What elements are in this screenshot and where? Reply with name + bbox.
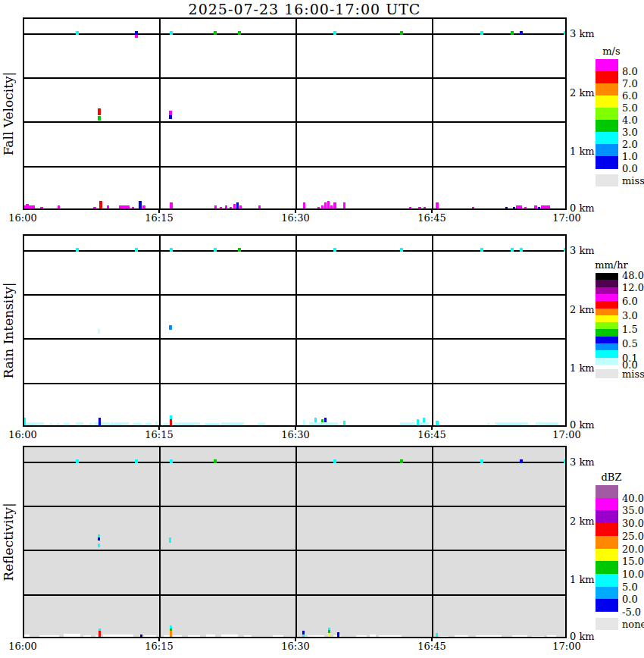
colorbar-tick-label: 10.0	[622, 569, 644, 578]
vertical-gridline	[432, 236, 433, 425]
colorbar-tick-label: 15.0	[622, 556, 644, 566]
data-mark	[524, 207, 527, 210]
data-mark	[23, 205, 35, 210]
data-mark	[511, 31, 514, 35]
x-axis-tick-label: 17:00	[544, 641, 589, 653]
vertical-gridline	[295, 19, 297, 208]
panel-rain-intensity	[23, 234, 567, 427]
colorbar-missing-swatch	[596, 174, 618, 186]
data-mark	[436, 202, 439, 210]
colorbar-swatch	[596, 108, 618, 121]
data-mark	[206, 634, 215, 638]
data-mark	[302, 634, 305, 638]
colorbar-swatch	[596, 599, 618, 612]
x-axis-tick-label: 16:30	[273, 429, 318, 441]
horizontal-gridline	[24, 166, 565, 168]
colorbar-swatch	[596, 83, 618, 96]
data-mark	[238, 248, 241, 252]
data-mark	[400, 459, 403, 463]
y-axis-tick-label: 2 km	[570, 88, 595, 98]
data-mark	[111, 422, 129, 426]
data-mark	[436, 421, 439, 426]
data-mark	[214, 459, 217, 463]
data-mark	[26, 204, 29, 210]
colorbar-tick-label: 5.0	[622, 103, 638, 113]
colorbar-swatch	[596, 337, 618, 344]
y-axis-label-fall-velocity: Fall Velocity|	[1, 72, 16, 156]
data-mark	[135, 459, 138, 463]
data-mark	[258, 423, 265, 426]
data-mark	[343, 421, 345, 426]
colorbar-tick-label: 35.0	[622, 506, 644, 515]
data-mark	[40, 207, 43, 210]
data-mark	[170, 419, 172, 426]
horizontal-gridline	[24, 77, 565, 79]
x-axis-tick	[295, 208, 296, 213]
data-mark	[135, 248, 138, 252]
data-mark	[132, 207, 134, 210]
data-mark	[233, 204, 236, 210]
x-axis-tick	[158, 425, 160, 430]
vertical-gridline	[159, 19, 161, 208]
data-mark	[76, 422, 83, 426]
data-mark	[303, 420, 305, 426]
data-mark	[258, 205, 261, 210]
horizontal-gridline	[24, 338, 565, 340]
data-mark	[520, 248, 523, 252]
data-mark	[480, 248, 483, 252]
data-mark	[400, 422, 415, 426]
data-mark	[370, 634, 376, 638]
data-mark	[337, 632, 339, 638]
data-mark	[512, 635, 527, 638]
data-mark	[333, 248, 336, 252]
x-axis-tick	[158, 208, 160, 213]
colorbar-swatch	[596, 523, 618, 536]
data-mark	[98, 116, 101, 121]
data-mark	[239, 205, 242, 210]
vertical-gridline	[159, 447, 161, 637]
data-mark	[57, 423, 59, 426]
y-axis-label-reflectivity: Reflectivity|	[1, 503, 16, 581]
data-mark	[564, 248, 567, 252]
data-mark	[95, 422, 110, 426]
colorbar-swatch	[596, 510, 618, 523]
colorbar-swatch	[596, 301, 618, 309]
data-mark	[155, 421, 158, 426]
data-mark	[174, 422, 200, 426]
data-mark	[476, 635, 502, 638]
colorbar-tick-label: 1.5	[622, 324, 638, 334]
data-mark	[455, 635, 468, 638]
colorbar-swatch	[596, 587, 618, 600]
data-mark	[142, 205, 145, 210]
data-mark	[221, 422, 244, 426]
data-mark	[564, 31, 567, 35]
colorbar-tick-label: 0.0	[622, 594, 638, 604]
x-axis-tick-label: 16:15	[136, 212, 182, 224]
colorbar-swatch	[596, 574, 618, 587]
horizontal-gridline	[24, 383, 565, 384]
x-axis-tick	[431, 425, 433, 430]
data-mark	[39, 635, 59, 638]
data-mark	[480, 459, 483, 463]
colorbar-tick-label: -5.0	[622, 607, 641, 617]
data-mark	[324, 202, 327, 210]
data-mark	[214, 205, 217, 210]
data-mark	[140, 634, 142, 638]
colorbar-swatch	[596, 536, 618, 549]
data-mark	[64, 423, 70, 426]
colorbar-swatch	[596, 358, 618, 365]
data-mark	[98, 544, 100, 547]
data-mark	[328, 633, 330, 638]
vertical-gridline	[295, 447, 297, 637]
panel-fall-velocity	[23, 17, 567, 210]
data-mark	[418, 207, 421, 210]
data-mark	[472, 207, 474, 210]
data-mark	[170, 631, 172, 638]
data-mark	[379, 635, 402, 638]
data-mark	[170, 31, 173, 35]
y-axis-tick-label: 3 km	[570, 29, 595, 39]
colorbar-tick-label: 0.5	[622, 339, 638, 349]
data-mark	[409, 207, 411, 210]
colorbar-title-rain-intensity: mm/hr	[586, 260, 636, 270]
data-mark	[164, 635, 170, 638]
